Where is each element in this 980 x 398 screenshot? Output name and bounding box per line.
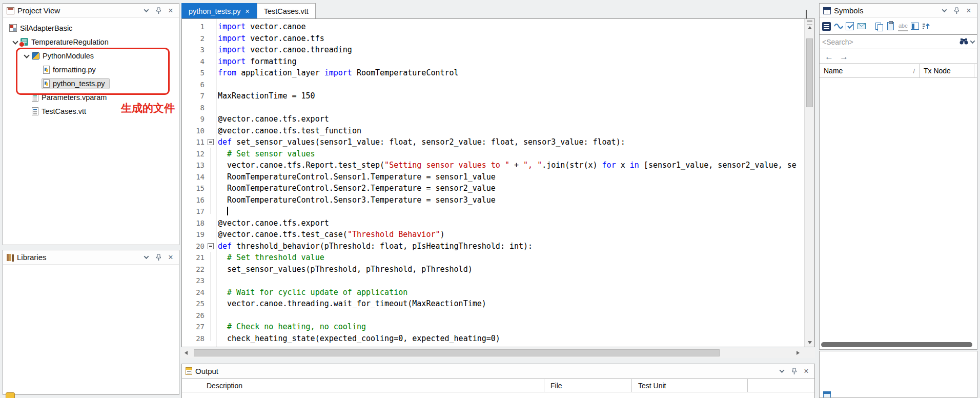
libraries-icon <box>7 254 9 261</box>
binoculars-icon[interactable] <box>959 37 968 47</box>
code-text <box>218 275 804 287</box>
code-line[interactable]: 6 <box>182 79 804 91</box>
pin-icon[interactable] <box>154 6 163 15</box>
dropdown-chevron-icon[interactable] <box>777 367 786 376</box>
scroll-right-icon[interactable] <box>793 351 803 355</box>
code-line[interactable]: 15 RoomTemperatureControl.Sensor2.Temper… <box>182 183 804 194</box>
code-line[interactable]: 4import formatting <box>182 56 804 68</box>
next-arrow-icon[interactable]: → <box>840 52 848 61</box>
code-line[interactable]: 22 set_sensor_values(pThreshold, pThresh… <box>182 264 804 275</box>
symbols-scroll-thumb[interactable] <box>821 342 972 347</box>
output-column-test-unit[interactable]: Test Unit <box>632 379 748 392</box>
code-editor[interactable]: 1import vector.canoe2import vector.canoe… <box>181 18 815 347</box>
code-text: vector.canoe.threading.wait_for_timeout(… <box>218 298 804 310</box>
line-number: 27 <box>182 321 205 333</box>
code-line[interactable]: 10@vector.canoe.tfs.test_function <box>182 125 804 137</box>
signal-list-icon[interactable] <box>822 22 831 31</box>
code-line[interactable]: 25 vector.canoe.threading.wait_for_timeo… <box>182 298 804 310</box>
output-title: Output <box>195 367 218 375</box>
copy-icon[interactable] <box>874 22 883 31</box>
vertical-scroll-thumb[interactable] <box>806 38 813 107</box>
code-line[interactable]: 18@vector.canoe.tfs.export <box>182 217 804 229</box>
code-line[interactable]: 12 # Set sensor values <box>182 148 804 160</box>
horizontal-scroll-thumb[interactable] <box>194 349 720 356</box>
message-icon[interactable] <box>856 22 866 31</box>
pin-icon[interactable] <box>952 6 961 15</box>
tree-item-temperatureregulation[interactable]: TemperatureRegulation <box>3 35 179 49</box>
code-line[interactable]: 17 <box>182 206 804 217</box>
code-text: @vector.canoe.tfs.test_function <box>218 125 804 137</box>
fold-margin <box>205 264 218 275</box>
code-line[interactable]: 24 # Wait for cyclic update of applicati… <box>182 287 804 298</box>
code-area[interactable]: 1import vector.canoe2import vector.canoe… <box>182 19 804 347</box>
scroll-left-icon[interactable] <box>181 351 191 355</box>
horizontal-scrollbar[interactable] <box>181 348 815 358</box>
code-line[interactable]: 26 <box>182 310 804 322</box>
close-icon[interactable]: × <box>964 6 973 15</box>
tab-label: TestCases.vtt <box>264 7 309 15</box>
tree-item-formatting-py[interactable]: formatting.py <box>3 63 179 76</box>
code-line[interactable]: 14 RoomTemperatureControl.Sensor1.Temper… <box>182 171 804 183</box>
symbols-horizontal-scrollbar[interactable] <box>820 341 977 349</box>
search-options-chevron-icon[interactable] <box>970 38 975 44</box>
scroll-up-icon[interactable] <box>808 26 812 29</box>
pin-icon[interactable] <box>154 253 163 262</box>
code-line[interactable]: 1import vector.canoe <box>182 21 804 33</box>
previous-arrow-icon[interactable]: ← <box>825 52 833 61</box>
abc-filter-icon[interactable]: abc <box>898 22 908 31</box>
sine-wave-icon[interactable] <box>833 22 843 31</box>
symbols-search-input[interactable] <box>822 38 957 46</box>
symbols-column-tx-node[interactable]: Tx Node <box>920 64 974 77</box>
code-line[interactable]: 8 <box>182 102 804 114</box>
code-line[interactable]: 28 check_heating_state(expected_cooling=… <box>182 333 804 345</box>
code-line[interactable]: 3import vector.canoe.threading <box>182 44 804 56</box>
tree-item-pythonmodules[interactable]: PythonModules <box>3 49 179 63</box>
code-line[interactable]: 23 <box>182 275 804 287</box>
fold-collapse-icon[interactable] <box>208 243 214 249</box>
tree-item-python-tests-py[interactable]: python_tests.py <box>3 76 179 90</box>
pin-icon[interactable] <box>789 367 799 376</box>
tab-close-icon[interactable]: × <box>246 8 250 15</box>
code-line[interactable]: 27 # Check no heating, no cooling <box>182 321 804 333</box>
code-line[interactable]: 13 vector.canoe.tfs.Report.test_step("Se… <box>182 160 804 171</box>
editor-tab-python-tests-py[interactable]: python_tests.py× <box>181 3 257 18</box>
dropdown-chevron-icon[interactable] <box>940 6 949 15</box>
code-line[interactable]: 5from application_layer import RoomTempe… <box>182 67 804 79</box>
pyfile-icon <box>43 79 50 88</box>
detail-grid-icon[interactable] <box>823 391 831 398</box>
paste-icon[interactable] <box>886 22 895 31</box>
code-line[interactable]: 16 RoomTemperatureControl.Sensor3.Temper… <box>182 194 804 206</box>
code-text: RoomTemperatureControl.Sensor2.Temperatu… <box>218 183 804 194</box>
line-number: 15 <box>182 183 205 194</box>
collapsed-panel-icon[interactable] <box>6 392 15 398</box>
editor-tab-testcases-vtt[interactable]: TestCases.vtt <box>257 3 316 18</box>
dropdown-chevron-icon[interactable] <box>141 253 151 262</box>
checked-signal-icon[interactable] <box>846 22 854 30</box>
tree-expander-icon[interactable] <box>11 38 19 46</box>
splitter-handle[interactable] <box>807 21 812 25</box>
sort-icon[interactable] <box>922 22 931 31</box>
code-line[interactable]: 20def threshold_behavior(pThreshold: flo… <box>182 241 804 252</box>
close-icon[interactable]: × <box>166 6 175 15</box>
symbols-column-name[interactable]: Name/ <box>820 64 920 77</box>
scroll-down-icon[interactable] <box>805 340 814 346</box>
line-number: 21 <box>182 252 205 264</box>
dropdown-chevron-icon[interactable] <box>141 6 151 15</box>
vertical-scrollbar[interactable] <box>804 19 814 347</box>
output-column-description[interactable]: Description <box>182 379 544 392</box>
code-line[interactable]: 21 # Set threshold value <box>182 252 804 264</box>
code-line[interactable]: 9@vector.canoe.tfs.export <box>182 113 804 125</box>
tree-expander-icon[interactable] <box>23 52 31 60</box>
output-column-file[interactable]: File <box>544 379 632 392</box>
tree-item-siladapterbasic[interactable]: SilAdapterBasic <box>3 21 179 35</box>
fold-collapse-icon[interactable] <box>208 139 214 145</box>
code-line[interactable]: 11def set_sensor_values(sensor1_value: f… <box>182 136 804 148</box>
close-icon[interactable]: × <box>802 367 811 376</box>
panel-layout-icon[interactable] <box>911 23 919 30</box>
code-line[interactable]: 2import vector.canoe.tfs <box>182 33 804 45</box>
code-line[interactable]: 19@vector.canoe.tfs.test_case("Threshold… <box>182 229 804 241</box>
code-line[interactable]: 7MaxReactionTime = 150 <box>182 90 804 102</box>
fold-margin <box>205 298 218 310</box>
output-panel: Output × DescriptionFileTest Unit <box>181 364 815 398</box>
close-icon[interactable]: × <box>166 253 175 262</box>
